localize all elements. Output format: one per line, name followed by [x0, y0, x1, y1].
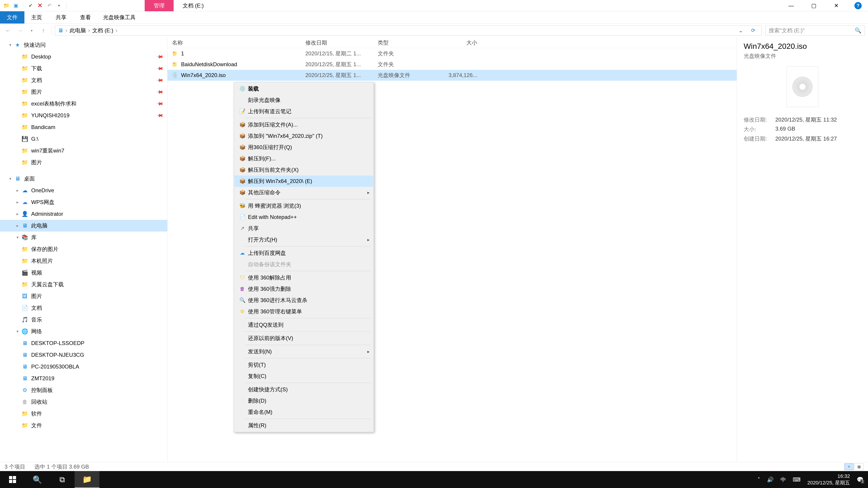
context-menu-item[interactable]: 📄Edit with Notepad++: [235, 212, 373, 223]
context-menu-item[interactable]: 剪切(T): [235, 359, 373, 370]
context-menu-item[interactable]: ☁上传到百度网盘: [235, 248, 373, 259]
tree-item[interactable]: 📁文件: [0, 420, 167, 431]
context-menu-item[interactable]: 📦用360压缩打开(Q): [235, 142, 373, 153]
tab-home[interactable]: 主页: [24, 11, 49, 24]
context-menu-item[interactable]: ⚙使用 360管理右键菜单: [235, 306, 373, 317]
expand-icon[interactable]: ▾: [7, 42, 13, 47]
task-view-button[interactable]: ⧉: [50, 471, 74, 488]
col-name[interactable]: 名称: [167, 39, 301, 46]
tree-item[interactable]: 📁本机照片: [0, 255, 167, 267]
tree-item[interactable]: ▸☁WPS网盘: [0, 196, 167, 208]
tree-item[interactable]: 🖥DESKTOP-NJEU3CG: [0, 349, 167, 361]
expand-icon[interactable]: ▾: [7, 176, 13, 181]
details-view-button[interactable]: ≡: [844, 463, 854, 470]
tree-item[interactable]: ▾★快速访问: [0, 39, 167, 51]
back-button[interactable]: ←: [3, 26, 13, 35]
up-button[interactable]: ↑: [38, 26, 49, 35]
context-menu-item[interactable]: 还原以前的版本(V): [235, 332, 373, 344]
column-headers[interactable]: 名称 修改日期 类型 大小: [167, 37, 737, 48]
context-menu-item[interactable]: 打开方式(H)▸: [235, 234, 373, 246]
context-menu-item[interactable]: 📦解压到当前文件夹(X): [235, 164, 373, 175]
tree-item[interactable]: 🖼图片: [0, 290, 167, 302]
ime-indicator[interactable]: 中: [780, 476, 786, 483]
tree-item[interactable]: 📁文档📌: [0, 74, 167, 86]
expand-icon[interactable]: ▾: [14, 329, 21, 334]
context-menu-item[interactable]: 📦其他压缩命令▸: [235, 187, 373, 198]
navigation-tree[interactable]: ▾★快速访问📁Desktop📌📁下载📌📁文档📌📁图片📌📁excel表格制作求和📌…: [0, 37, 167, 462]
tree-item[interactable]: 🎬视频: [0, 267, 167, 279]
file-row[interactable]: 📁12020/12/15, 星期二 1...文件夹: [167, 48, 737, 59]
context-menu-item[interactable]: 🗑使用 360强力删除: [235, 283, 373, 295]
context-menu-item[interactable]: 重命名(M): [235, 406, 373, 418]
tree-item[interactable]: 📁软件: [0, 408, 167, 420]
tree-item[interactable]: 🖥PC-20190530OBLA: [0, 361, 167, 372]
col-date[interactable]: 修改日期: [301, 39, 373, 46]
open-icon[interactable]: ▣: [12, 2, 20, 9]
context-menu-item[interactable]: 删除(D): [235, 395, 373, 406]
breadcrumb-drive[interactable]: 文档 (E:): [92, 27, 113, 34]
keyboard-icon[interactable]: ⌨: [793, 477, 801, 483]
help-icon[interactable]: ?: [855, 2, 862, 9]
tree-item[interactable]: ▾🖥桌面: [0, 173, 167, 185]
tree-item[interactable]: 📁excel表格制作求和📌: [0, 98, 167, 109]
context-menu-item[interactable]: 🐝用 蜂蜜浏览器 浏览(3): [235, 200, 373, 212]
recent-dropdown-icon[interactable]: ▾: [27, 26, 37, 35]
taskbar[interactable]: 🔍 ⧉ 📁 ˄ 🔊 中 ⌨ 16:32 2020/12/25, 星期五 💬3: [0, 471, 868, 488]
expand-icon[interactable]: ▸: [14, 212, 21, 217]
tray-chevron-icon[interactable]: ˄: [757, 477, 760, 483]
tree-item[interactable]: 📁win7重装win7: [0, 145, 167, 157]
context-menu-item[interactable]: 属性(R): [235, 420, 373, 431]
tree-item[interactable]: 🗑回收站: [0, 396, 167, 408]
tree-item[interactable]: ▸☁OneDrive: [0, 185, 167, 196]
tree-item[interactable]: 📁YUNQISHI2019📌: [0, 109, 167, 121]
context-menu[interactable]: 💿装载刻录光盘映像📝上传到有道云笔记📦添加到压缩文件(A)...📦添加到 "Wi…: [234, 82, 374, 432]
close-x-icon[interactable]: ✕: [36, 2, 43, 9]
context-menu-item[interactable]: 💿装载: [235, 83, 373, 94]
context-menu-item[interactable]: 📝上传到有道云笔记: [235, 106, 373, 117]
close-button[interactable]: ✕: [830, 1, 843, 10]
tree-item[interactable]: 💾G:\: [0, 133, 167, 145]
expand-icon[interactable]: ▸: [14, 200, 21, 205]
tree-item[interactable]: 📁下载📌: [0, 63, 167, 74]
context-menu-item[interactable]: 发送到(N)▸: [235, 346, 373, 357]
forward-button[interactable]: →: [15, 26, 25, 35]
col-type[interactable]: 类型: [373, 39, 436, 46]
tab-file[interactable]: 文件: [0, 11, 24, 24]
refresh-icon[interactable]: ⟳: [747, 28, 759, 33]
tree-item[interactable]: 🖥ZMT2019: [0, 372, 167, 384]
file-row[interactable]: 💿Win7x64_2020.iso2020/12/25, 星期五 1...光盘映…: [167, 70, 737, 80]
expand-icon[interactable]: ▾: [14, 235, 21, 240]
context-menu-item[interactable]: 📦解压到 Win7x64_2020\ (E): [235, 175, 373, 187]
start-button[interactable]: [0, 471, 25, 488]
context-menu-item[interactable]: 🔍使用 360进行木马云查杀: [235, 295, 373, 306]
undo-icon[interactable]: ↶: [46, 2, 53, 9]
tree-item[interactable]: 📁Bandicam: [0, 121, 167, 133]
tab-share[interactable]: 共享: [49, 11, 73, 24]
tree-item[interactable]: ⚙控制面板: [0, 384, 167, 396]
breadcrumb[interactable]: 🖥 › 此电脑 › 文档 (E:) › ⌄ ⟳: [55, 26, 762, 35]
context-menu-item[interactable]: 刻录光盘映像: [235, 94, 373, 106]
context-menu-item[interactable]: 复制(C): [235, 370, 373, 382]
explorer-taskbar-icon[interactable]: 📁: [74, 471, 99, 488]
tab-view[interactable]: 查看: [73, 11, 98, 24]
qat-dropdown-icon[interactable]: ▾: [55, 2, 63, 9]
clock[interactable]: 16:32 2020/12/25, 星期五: [807, 473, 850, 486]
tree-item[interactable]: ▸🖥此电脑: [0, 220, 167, 232]
breadcrumb-dropdown-icon[interactable]: ⌄: [739, 27, 743, 34]
tree-item[interactable]: 📄文档: [0, 302, 167, 314]
context-menu-item[interactable]: 通过QQ发送到: [235, 319, 373, 330]
file-row[interactable]: 📁BaiduNetdiskDownload2020/12/25, 星期五 1..…: [167, 59, 737, 70]
context-menu-item[interactable]: 📦添加到压缩文件(A)...: [235, 119, 373, 130]
tree-item[interactable]: ▾🌐网络: [0, 326, 167, 337]
tree-item[interactable]: 🖥DESKTOP-LSSOEDP: [0, 337, 167, 349]
context-menu-item[interactable]: ↗共享: [235, 223, 373, 234]
tree-item[interactable]: ▸👤Administrator: [0, 208, 167, 220]
tree-item[interactable]: 🎵音乐: [0, 314, 167, 326]
tree-item[interactable]: 📁天翼云盘下载: [0, 279, 167, 290]
notification-icon[interactable]: 💬3: [857, 477, 864, 483]
volume-icon[interactable]: 🔊: [767, 477, 774, 483]
thumbnails-view-button[interactable]: ▦: [855, 463, 864, 470]
context-menu-item[interactable]: 📦添加到 "Win7x64_2020.zip" (T): [235, 130, 373, 142]
tab-iso-tools[interactable]: 光盘映像工具: [98, 11, 141, 24]
col-size[interactable]: 大小: [436, 39, 482, 46]
